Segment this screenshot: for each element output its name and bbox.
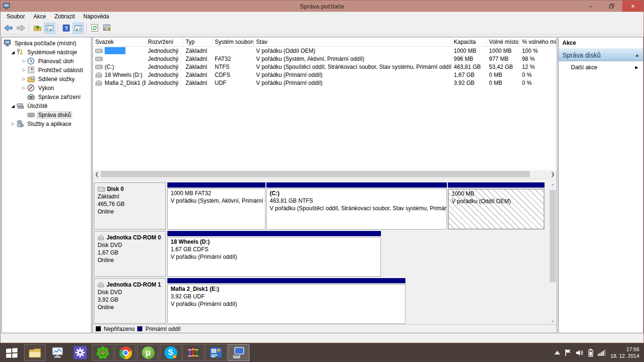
expander-collapsed-icon[interactable]: ▷: [21, 59, 27, 63]
cell-capacity: 3,92 GB: [451, 79, 487, 87]
show-hidden-icons-icon[interactable]: [554, 351, 560, 354]
refresh-button[interactable]: [89, 23, 100, 33]
taskbar-utorrent[interactable]: µ: [137, 344, 159, 361]
menu-soubor[interactable]: Soubor: [2, 12, 29, 21]
network-signal-icon[interactable]: [598, 349, 606, 356]
scrollbar-thumb[interactable]: [550, 190, 556, 282]
scroll-right-icon[interactable]: ❯: [549, 170, 557, 178]
column-system-souboru[interactable]: Systém souborů: [213, 37, 254, 46]
toolbar-separator: [29, 24, 29, 32]
cell-free: 977 MB: [487, 55, 520, 63]
expander-collapsed-icon[interactable]: ▷: [21, 68, 27, 72]
chrome-icon: [119, 346, 132, 359]
battery-icon[interactable]: [588, 349, 593, 357]
show-console-tree-button[interactable]: [44, 23, 55, 33]
column-kapacita[interactable]: Kapacita: [451, 37, 487, 46]
vertical-scrollbar[interactable]: ⌃ ⌄: [549, 182, 557, 324]
column-volne-misto[interactable]: Volné místo: [487, 37, 520, 46]
horizontal-scrollbar[interactable]: ❮ ❯: [93, 170, 557, 178]
actions-group-label: Správa disků: [562, 51, 601, 59]
clock-time: 17:56: [611, 346, 639, 353]
taskbar-chrome[interactable]: [115, 344, 136, 361]
clock[interactable]: 17:56 18. 12. 2014: [611, 346, 639, 359]
expander-collapsed-icon[interactable]: ▷: [21, 86, 27, 90]
partition-e[interactable]: Mafia 2_Disk1 (E:) 3,92 GB UDF V pořádku…: [167, 278, 405, 324]
volume-row-oem[interactable]: Jednoduchý Základní V pořádku (Oddíl OEM…: [93, 47, 557, 55]
cell-fs: NTFS: [213, 63, 254, 71]
actions-item-more-actions[interactable]: Další akce ▶: [559, 61, 643, 73]
partition-c[interactable]: (C:) 463,81 GB NTFS V pořádku (Spouštěcí…: [266, 182, 447, 230]
tree-item-computer-management[interactable]: Správa počítače (místní): [2, 39, 91, 48]
volume-icon[interactable]: [576, 349, 584, 356]
expander-expanded-icon[interactable]: ◢: [10, 50, 16, 55]
tree-item-event-viewer[interactable]: ▷ Prohlížeč událostí: [2, 66, 91, 74]
menu-napoveda[interactable]: Nápověda: [79, 12, 114, 21]
taskbar-computer-management[interactable]: [228, 344, 249, 361]
column-svazek[interactable]: Svazek: [93, 37, 146, 46]
collapse-icon[interactable]: ▲: [635, 53, 639, 58]
forward-button[interactable]: [15, 23, 26, 33]
pane-splitter[interactable]: [93, 178, 557, 182]
partition-color-band: [448, 182, 545, 188]
minimize-button[interactable]: –: [580, 0, 601, 12]
cell-status: V pořádku (Oddíl OEM): [254, 47, 451, 55]
taskbar-system-monitor[interactable]: [47, 344, 68, 361]
menu-akce[interactable]: Akce: [29, 12, 50, 21]
rescan-disks-button[interactable]: [101, 23, 113, 33]
taskbar-file-explorer[interactable]: [24, 344, 46, 361]
scroll-down-icon[interactable]: ⌄: [549, 316, 557, 324]
expander-collapsed-icon[interactable]: ▷: [21, 77, 27, 81]
tree-item-system-tools[interactable]: ◢ Systémové nástroje: [2, 48, 91, 57]
partition-d[interactable]: 18 Wheels (D:) 1,67 GB CDFS V pořádku (P…: [167, 231, 381, 277]
tree-item-storage[interactable]: ◢ Úložiště: [2, 101, 91, 110]
partition-oem-selected[interactable]: 1000 MB V pořádku (Oddíl OEM): [448, 182, 545, 230]
legend-primary-label: Primární oddíl: [145, 326, 181, 332]
expander-expanded-icon[interactable]: ◢: [10, 104, 16, 108]
scroll-left-icon[interactable]: ❮: [93, 170, 101, 178]
taskbar-icq[interactable]: [92, 344, 114, 361]
tree-item-task-scheduler[interactable]: ▷ Plánovač úloh: [2, 57, 91, 66]
scrollbar-thumb[interactable]: [101, 171, 530, 177]
cdrom-0-header[interactable]: Jednotka CD-ROM 0 Disk DVD 1,67 GB Onlin…: [94, 231, 166, 277]
disk-type: Disk DVD: [98, 288, 162, 296]
main-area: Správa počítače (místní) ◢ Systémové nás…: [0, 34, 644, 343]
column-rozvrzeni[interactable]: Rozvržení: [146, 37, 183, 46]
taskbar-winrar[interactable]: [182, 344, 204, 361]
back-button[interactable]: [3, 23, 14, 33]
tree-item-disk-management[interactable]: Správa disků: [2, 110, 91, 119]
restore-button[interactable]: [601, 0, 622, 12]
show-action-pane-button[interactable]: [73, 23, 84, 33]
help-button[interactable]: ?: [60, 23, 72, 33]
tree-item-device-manager[interactable]: Správce zařízení: [2, 92, 91, 101]
tree-item-services-applications[interactable]: ▷ Služby a aplikace: [2, 119, 91, 128]
taskbar-skype[interactable]: S: [160, 344, 182, 361]
volume-row-d[interactable]: 18 Wheels (D:) Jednoduchý Základní CDFS …: [93, 71, 557, 79]
volume-row-fat32[interactable]: Jednoduchý Základní FAT32 V pořádku (Sys…: [93, 55, 557, 63]
partition-status: V pořádku (Systém, Aktivní, Primární odd…: [171, 197, 262, 205]
title-bar[interactable]: Správa počítače – ×: [0, 0, 644, 12]
taskbar-display-settings[interactable]: [205, 344, 227, 361]
column-stav[interactable]: Stav: [254, 37, 451, 46]
tree-item-performance[interactable]: ▷ Výkon: [2, 83, 91, 92]
column-typ[interactable]: Typ: [183, 37, 213, 46]
close-button[interactable]: ×: [622, 0, 644, 12]
actions-group-disk-management[interactable]: Správa disků ▲: [559, 49, 643, 61]
disk-status: Online: [98, 208, 162, 215]
volume-row-c[interactable]: (C:) Jednoduchý Základní NTFS V pořádku …: [93, 63, 557, 71]
column-pct-volneho[interactable]: % volného místa: [520, 37, 557, 46]
volume-row-e[interactable]: Mafia 2_Disk1 (E:) Jednoduchý Základní U…: [93, 79, 557, 87]
start-button[interactable]: [0, 343, 24, 362]
disk-status: Online: [98, 256, 162, 264]
menu-zobrazit[interactable]: Zobrazit: [50, 12, 79, 21]
disk-0-header[interactable]: Disk 0 Základní 465,76 GB Online: [94, 182, 166, 230]
action-center-flag-icon[interactable]: [565, 349, 571, 356]
expander-collapsed-icon[interactable]: ▷: [10, 122, 16, 126]
disk-type: Disk DVD: [98, 241, 162, 249]
tree-item-shared-folders[interactable]: ▷ 23 Sdílené složky: [2, 74, 91, 83]
taskbar-settings-app[interactable]: [69, 344, 91, 361]
scroll-up-icon[interactable]: ⌃: [549, 182, 557, 190]
cdrom-1-header[interactable]: Jednotka CD-ROM 1 Disk DVD 3,92 GB Onlin…: [94, 278, 166, 324]
computer-management-window: Správa počítače – × Soubor Akce Zobrazit…: [0, 0, 644, 343]
partition-fat32[interactable]: 1000 MB FAT32 V pořádku (Systém, Aktivní…: [167, 182, 265, 230]
up-one-level-button[interactable]: [32, 23, 43, 33]
